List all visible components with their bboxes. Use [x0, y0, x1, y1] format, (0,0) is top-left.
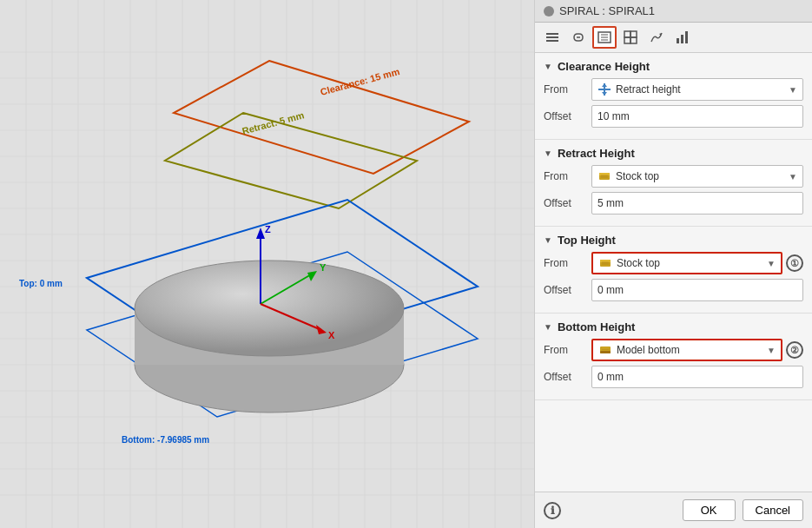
linking-icon [571, 30, 586, 45]
svg-rect-63 [546, 40, 558, 42]
svg-rect-74 [677, 38, 679, 43]
svg-rect-75 [681, 35, 683, 43]
panel-title: SPIRAL : SPIRAL1 [559, 4, 655, 17]
model-bottom-icon [598, 343, 612, 357]
panel-content: ▼ Clearance Height From [535, 53, 812, 492]
top-from-label: From [544, 257, 591, 269]
retract-from-control: Stock top ▼ [591, 165, 803, 188]
bottom-from-dropdown[interactable]: Model bottom ▼ [591, 339, 782, 361]
bottom-height-section: ▼ Bottom Height From [535, 314, 812, 400]
svg-marker-81 [602, 92, 607, 96]
bottom-bar: ℹ OK Cancel [535, 492, 812, 528]
top-offset-row: Offset [544, 279, 803, 301]
cancel-button[interactable]: Cancel [743, 499, 803, 521]
top-height-header[interactable]: ▼ Top Height [544, 227, 803, 252]
toolpath-icon [649, 30, 664, 45]
svg-text:Top: 0 mm: Top: 0 mm [19, 279, 63, 288]
svg-rect-62 [546, 36, 558, 38]
svg-rect-70 [630, 31, 637, 37]
clearance-from-row: From Retract height [544, 78, 803, 101]
bottom-buttons: OK Cancel [683, 499, 803, 521]
bottom-offset-label: Offset [544, 371, 591, 383]
clearance-from-dropdown[interactable]: Retract height ▼ [591, 78, 803, 101]
bottom-from-control: Model bottom ▼ ② [591, 339, 803, 361]
clearance-chevron-icon: ▼ [544, 62, 552, 71]
svg-rect-77 [598, 89, 611, 90]
top-offset-control [591, 279, 803, 301]
toolpath-tab-button[interactable] [644, 26, 669, 49]
stock-top-icon [597, 169, 611, 183]
retract-offset-input[interactable] [591, 192, 803, 214]
top-chevron-icon: ▼ [544, 235, 552, 245]
svg-text:X: X [328, 330, 335, 340]
simulation-icon [675, 30, 690, 45]
svg-rect-91 [600, 351, 611, 353]
bottom-from-row: From Model bottom [544, 339, 803, 361]
bottom-offset-row: Offset [544, 366, 803, 388]
linking-tab-button[interactable] [566, 26, 591, 49]
top-offset-label: Offset [544, 284, 591, 296]
simulation-tab-button[interactable] [670, 26, 695, 49]
svg-marker-79 [602, 83, 607, 87]
retract-height-icon [597, 82, 611, 96]
heights-tab-button[interactable] [592, 26, 617, 49]
clearance-offset-row: Offset [544, 105, 803, 128]
clearance-dropdown-arrow-icon: ▼ [789, 85, 797, 95]
title-bar: SPIRAL : SPIRAL1 [535, 0, 812, 23]
retract-from-dropdown[interactable]: Stock top ▼ [591, 165, 803, 188]
top-stock-top-icon [598, 256, 612, 270]
bottom-height-badge: ② [786, 341, 803, 359]
svg-text:Bottom: -7.96985 mm: Bottom: -7.96985 mm [122, 435, 209, 445]
top-from-value: Stock top [617, 257, 660, 269]
retract-height-header[interactable]: ▼ Retract Height [544, 140, 803, 165]
retract-dropdown-arrow-icon: ▼ [789, 172, 797, 182]
retract-from-row: From Stock top ▼ [544, 165, 803, 188]
svg-rect-76 [685, 31, 688, 43]
clearance-offset-input[interactable] [591, 105, 803, 128]
svg-text:Z: Z [265, 224, 271, 234]
top-offset-input[interactable] [591, 279, 803, 301]
bottom-offset-control [591, 366, 803, 388]
clearance-height-header[interactable]: ▼ Clearance Height [544, 53, 803, 78]
retract-offset-control [591, 192, 803, 214]
top-height-label: Top Height [558, 234, 616, 247]
svg-rect-71 [624, 37, 630, 43]
retract-offset-row: Offset [544, 192, 803, 214]
retract-chevron-icon: ▼ [544, 148, 552, 158]
top-from-row: From Stock top [544, 252, 803, 274]
retract-height-section: ▼ Retract Height From Sto [535, 140, 812, 227]
geometry-tab-button[interactable] [618, 26, 643, 49]
clearance-height-section: ▼ Clearance Height From [535, 53, 812, 140]
clearance-from-control: Retract height ▼ [591, 78, 803, 101]
toolbar [535, 23, 812, 53]
retract-from-label: From [544, 170, 591, 182]
bottom-chevron-icon: ▼ [544, 322, 552, 332]
clearance-from-value: Retract height [616, 83, 681, 96]
bottom-dropdown-arrow-icon: ▼ [767, 346, 776, 355]
clearance-offset-control [591, 105, 803, 128]
retract-from-value: Stock top [616, 170, 659, 182]
top-dropdown-arrow-icon: ▼ [767, 259, 776, 268]
passes-icon [545, 30, 560, 45]
svg-rect-72 [630, 37, 637, 43]
geometry-icon [623, 30, 638, 45]
info-button[interactable]: ℹ [544, 502, 561, 519]
retract-height-label: Retract Height [558, 147, 635, 160]
clearance-offset-label: Offset [544, 110, 591, 122]
bottom-offset-input[interactable] [591, 366, 803, 388]
clearance-height-label: Clearance Height [558, 60, 650, 73]
top-from-dropdown[interactable]: Stock top ▼ [591, 252, 782, 274]
bottom-height-header[interactable]: ▼ Bottom Height [544, 314, 803, 339]
top-height-section: ▼ Top Height From [535, 227, 812, 314]
right-panel: SPIRAL : SPIRAL1 [534, 0, 812, 528]
svg-rect-83 [599, 173, 610, 175]
bottom-from-label: From [544, 344, 591, 356]
ok-button[interactable]: OK [683, 499, 736, 521]
retract-offset-label: Offset [544, 197, 591, 209]
svg-rect-87 [600, 260, 611, 262]
clearance-from-label: From [544, 83, 591, 96]
top-from-control: Stock top ▼ ① [591, 252, 803, 274]
svg-text:Y: Y [320, 262, 327, 273]
passes-tab-button[interactable] [540, 26, 564, 49]
bottom-from-value: Model bottom [617, 344, 680, 356]
